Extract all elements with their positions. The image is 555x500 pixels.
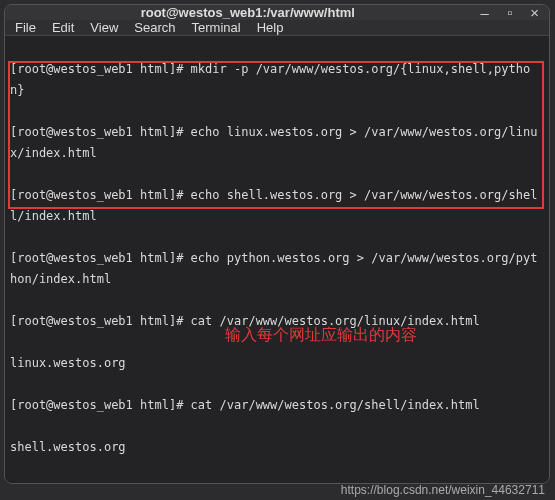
menu-file[interactable]: File (15, 20, 36, 35)
menu-view[interactable]: View (90, 20, 118, 35)
term-line: [root@westos_web1 html]# cat /var/www/we… (10, 395, 544, 416)
term-line: linux.westos.org (10, 353, 544, 374)
menu-help[interactable]: Help (257, 20, 284, 35)
terminal-body[interactable]: [root@westos_web1 html]# mkdir -p /var/w… (5, 36, 549, 484)
menu-search[interactable]: Search (134, 20, 175, 35)
term-line: [root@westos_web1 html]# echo shell.west… (10, 185, 544, 227)
window-title: root@westos_web1:/var/www/html (15, 5, 481, 20)
terminal-window: root@westos_web1:/var/www/html – ▫ × Fil… (4, 4, 550, 484)
menu-edit[interactable]: Edit (52, 20, 74, 35)
term-line: [root@westos_web1 html]# echo linux.west… (10, 122, 544, 164)
titlebar[interactable]: root@westos_web1:/var/www/html – ▫ × (5, 5, 549, 20)
menubar: File Edit View Search Terminal Help (5, 20, 549, 36)
maximize-button[interactable]: ▫ (507, 5, 512, 20)
term-line: shell.westos.org (10, 437, 544, 458)
menu-terminal[interactable]: Terminal (192, 20, 241, 35)
watermark: https://blog.csdn.net/weixin_44632711 (341, 483, 545, 497)
term-line: [root@westos_web1 html]# echo python.wes… (10, 248, 544, 290)
annotation-text: 输入每个网址应输出的内容 (225, 324, 417, 345)
term-line: [root@westos_web1 html]# mkdir -p /var/w… (10, 59, 544, 101)
window-controls: – ▫ × (481, 5, 539, 20)
close-button[interactable]: × (530, 5, 539, 20)
minimize-button[interactable]: – (481, 5, 489, 20)
